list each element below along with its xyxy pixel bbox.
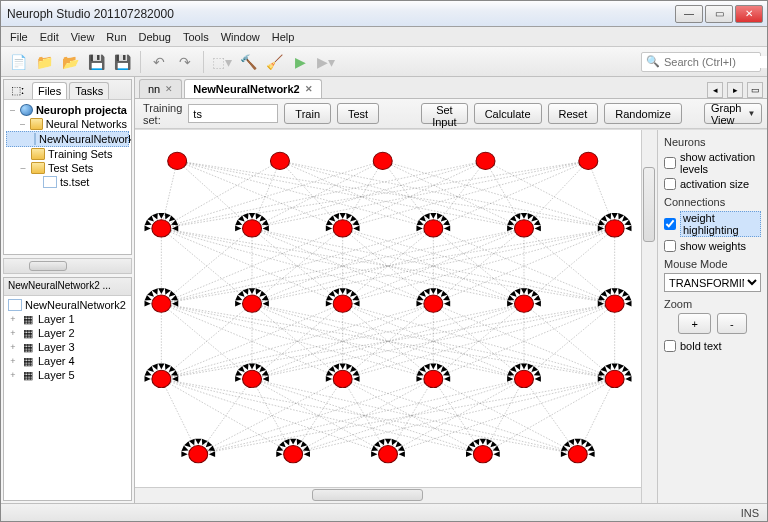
show-activation-checkbox[interactable]: show activation levels <box>664 151 761 175</box>
project-hscroll[interactable] <box>3 258 132 274</box>
svg-marker-228 <box>417 295 424 300</box>
menu-run[interactable]: Run <box>101 29 131 45</box>
outline-layer-3[interactable]: +▦Layer 3 <box>6 340 129 354</box>
editor-prev-button[interactable]: ◂ <box>707 82 723 98</box>
search-box[interactable]: 🔍 <box>641 52 761 72</box>
svg-marker-251 <box>611 288 617 294</box>
zoom-in-button[interactable]: + <box>678 313 710 334</box>
menu-file[interactable]: File <box>5 29 33 45</box>
svg-line-50 <box>343 228 434 303</box>
outline-tree[interactable]: NewNeuralNetwork2 +▦Layer 1 +▦Layer 2 +▦… <box>4 296 131 500</box>
debug-icon[interactable]: ▶▾ <box>315 51 337 73</box>
menu-view[interactable]: View <box>66 29 100 45</box>
tree-test-folder[interactable]: –Test Sets <box>6 161 129 175</box>
save-icon[interactable]: 💾 <box>85 51 107 73</box>
run-icon[interactable]: ▶ <box>289 51 311 73</box>
close-icon[interactable]: ✕ <box>165 84 173 94</box>
svg-marker-174 <box>443 220 450 225</box>
new-project-icon[interactable]: 📁 <box>33 51 55 73</box>
bold-text-checkbox[interactable]: bold text <box>664 340 761 352</box>
svg-marker-172 <box>437 213 443 219</box>
calculate-button[interactable]: Calculate <box>474 103 542 124</box>
project-tree[interactable]: –Neuroph projecta –Neural Networks NewNe… <box>4 100 131 254</box>
training-set-input[interactable] <box>188 104 278 123</box>
menu-tools[interactable]: Tools <box>178 29 214 45</box>
outline-layer-4[interactable]: +▦Layer 4 <box>6 354 129 368</box>
open-icon[interactable]: 📂 <box>59 51 81 73</box>
menu-debug[interactable]: Debug <box>134 29 176 45</box>
svg-marker-193 <box>622 215 629 221</box>
reset-button[interactable]: Reset <box>548 103 599 124</box>
svg-marker-139 <box>147 215 154 221</box>
canvas-vscroll[interactable] <box>641 130 657 503</box>
outline-layer-1[interactable]: +▦Layer 1 <box>6 312 129 326</box>
tree-test-file[interactable]: ts.tset <box>6 175 129 189</box>
clean-icon[interactable]: 🧹 <box>263 51 285 73</box>
save-all-icon[interactable]: 💾 <box>111 51 133 73</box>
svg-marker-258 <box>145 370 152 375</box>
svg-line-64 <box>524 228 615 303</box>
network-canvas[interactable] <box>135 130 641 487</box>
randomize-button[interactable]: Randomize <box>604 103 682 124</box>
test-button[interactable]: Test <box>337 103 379 124</box>
menu-help[interactable]: Help <box>267 29 300 45</box>
show-weights-checkbox[interactable]: show weights <box>664 240 761 252</box>
tree-nn-folder[interactable]: –Neural Networks <box>6 117 129 131</box>
editor-tab-nn2[interactable]: NewNeuralNetwork2✕ <box>184 79 321 98</box>
close-icon[interactable]: ✕ <box>305 84 313 94</box>
svg-marker-317 <box>181 451 187 457</box>
svg-marker-181 <box>521 213 527 219</box>
build-icon[interactable]: 🔨 <box>237 51 259 73</box>
config-icon[interactable]: ⬚▾ <box>211 51 233 73</box>
outline-root[interactable]: NewNeuralNetwork2 <box>6 298 129 312</box>
tree-nn-file[interactable]: NewNeuralNetwork <box>6 131 129 147</box>
tab-tasks[interactable]: Tasks <box>69 82 109 99</box>
close-button[interactable]: ✕ <box>735 5 763 23</box>
svg-marker-178 <box>507 220 514 225</box>
search-input[interactable] <box>664 56 768 68</box>
svg-marker-180 <box>515 213 521 219</box>
editor-next-button[interactable]: ▸ <box>727 82 743 98</box>
svg-marker-282 <box>346 364 352 370</box>
graph-view-dropdown[interactable]: Graph View▼ <box>704 103 763 124</box>
svg-point-226 <box>333 295 352 312</box>
svg-marker-221 <box>340 288 346 294</box>
menu-window[interactable]: Window <box>216 29 265 45</box>
svg-marker-201 <box>158 288 164 294</box>
outline-layer-2[interactable]: +▦Layer 2 <box>6 326 129 340</box>
editor-tab-nn[interactable]: nn✕ <box>139 79 182 98</box>
svg-line-86 <box>343 304 434 379</box>
training-set-label: Training set: <box>143 102 182 126</box>
activation-size-checkbox[interactable]: activation size <box>664 178 761 190</box>
svg-marker-330 <box>284 439 290 445</box>
editor-max-button[interactable]: ▭ <box>747 82 763 98</box>
svg-marker-202 <box>165 288 171 294</box>
svg-marker-284 <box>352 370 359 375</box>
zoom-out-button[interactable]: - <box>717 313 747 334</box>
outline-layer-5[interactable]: +▦Layer 5 <box>6 368 129 382</box>
tree-ts-folder[interactable]: Training Sets <box>6 147 129 161</box>
status-bar: INS <box>1 503 767 521</box>
svg-marker-294 <box>443 370 450 375</box>
tree-root[interactable]: –Neuroph projecta <box>6 103 129 117</box>
minimize-button[interactable]: — <box>675 5 703 23</box>
svg-line-18 <box>161 161 485 229</box>
svg-line-26 <box>343 161 589 229</box>
redo-icon[interactable]: ↷ <box>174 51 196 73</box>
svg-marker-158 <box>326 220 333 225</box>
svg-marker-270 <box>243 364 249 370</box>
svg-marker-259 <box>147 366 154 372</box>
maximize-button[interactable]: ▭ <box>705 5 733 23</box>
svg-marker-211 <box>249 288 255 294</box>
set-input-button[interactable]: Set Input <box>421 103 467 124</box>
canvas-hscroll[interactable] <box>135 487 641 503</box>
svg-marker-204 <box>171 295 178 300</box>
menu-edit[interactable]: Edit <box>35 29 64 45</box>
undo-icon[interactable]: ↶ <box>148 51 170 73</box>
train-button[interactable]: Train <box>284 103 331 124</box>
new-file-icon[interactable]: 📄 <box>7 51 29 73</box>
svg-point-133 <box>270 152 289 169</box>
tab-files[interactable]: Files <box>32 82 67 99</box>
mouse-mode-select[interactable]: TRANSFORMING <box>664 273 761 292</box>
weight-highlighting-checkbox[interactable]: weight highlighting <box>664 211 761 237</box>
